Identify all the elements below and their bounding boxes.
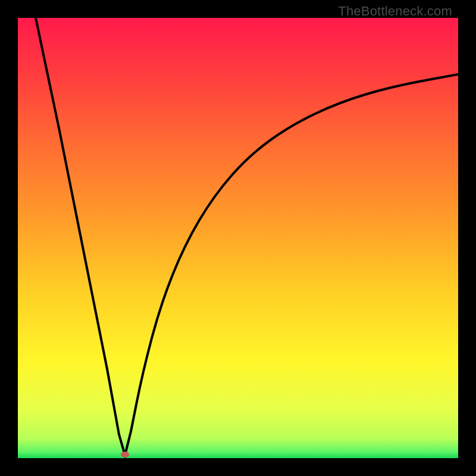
curve-path xyxy=(36,18,458,455)
bottleneck-curve xyxy=(18,18,458,458)
chart-frame: TheBottleneck.com xyxy=(0,0,476,476)
plot-area xyxy=(18,18,458,458)
minimum-marker xyxy=(121,452,129,458)
watermark-text: TheBottleneck.com xyxy=(338,4,452,19)
